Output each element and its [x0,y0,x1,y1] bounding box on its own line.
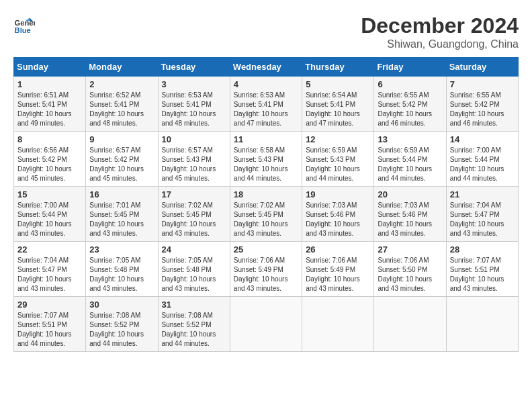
day-number: 9 [89,134,154,144]
day-number: 22 [17,244,82,255]
day-number: 30 [89,300,154,310]
day-info: Sunrise: 7:08 AMSunset: 5:52 PMDaylight:… [89,311,154,349]
day-number: 16 [89,189,154,199]
table-cell: 21Sunrise: 7:04 AMSunset: 5:47 PMDayligh… [446,187,518,242]
title-area: December 2024 Shiwan, Guangdong, China [361,13,519,50]
day-number: 12 [306,134,370,144]
table-cell: 1Sunrise: 6:51 AMSunset: 5:41 PMDaylight… [14,77,86,132]
day-info: Sunrise: 7:06 AMSunset: 5:49 PMDaylight:… [234,256,298,293]
day-number: 18 [234,189,298,199]
day-number: 28 [450,244,515,255]
day-info: Sunrise: 6:58 AMSunset: 5:43 PMDaylight:… [234,146,298,183]
table-cell: 18Sunrise: 7:02 AMSunset: 5:45 PMDayligh… [230,187,302,242]
table-cell: 19Sunrise: 7:03 AMSunset: 5:46 PMDayligh… [302,187,374,242]
table-row: 8Sunrise: 6:56 AMSunset: 5:42 PMDaylight… [14,132,519,187]
day-number: 23 [89,244,154,255]
day-number: 3 [162,79,226,89]
header-row: Sunday Monday Tuesday Wednesday Thursday… [14,58,519,77]
table-cell: 14Sunrise: 7:00 AMSunset: 5:44 PMDayligh… [446,132,518,187]
table-cell [374,297,446,352]
table-cell: 16Sunrise: 7:01 AMSunset: 5:45 PMDayligh… [86,187,158,242]
svg-text:General: General [15,19,35,27]
table-cell: 12Sunrise: 6:59 AMSunset: 5:43 PMDayligh… [302,132,374,187]
table-cell: 27Sunrise: 7:06 AMSunset: 5:50 PMDayligh… [374,242,446,297]
table-cell [446,297,518,352]
day-number: 24 [162,244,226,255]
day-info: Sunrise: 7:03 AMSunset: 5:46 PMDaylight:… [378,201,442,238]
day-number: 27 [378,244,442,255]
table-cell: 7Sunrise: 6:55 AMSunset: 5:42 PMDaylight… [446,77,518,132]
calendar-body: 1Sunrise: 6:51 AMSunset: 5:41 PMDaylight… [14,77,519,352]
table-cell: 28Sunrise: 7:07 AMSunset: 5:51 PMDayligh… [446,242,518,297]
day-number: 1 [17,79,82,89]
day-number: 31 [162,300,226,310]
day-info: Sunrise: 7:06 AMSunset: 5:50 PMDaylight:… [378,256,442,293]
table-cell: 9Sunrise: 6:57 AMSunset: 5:42 PMDaylight… [86,132,158,187]
day-number: 29 [17,300,82,310]
calendar-header: Sunday Monday Tuesday Wednesday Thursday… [14,58,519,77]
day-info: Sunrise: 7:08 AMSunset: 5:52 PMDaylight:… [162,311,226,349]
table-cell [302,297,374,352]
day-info: Sunrise: 6:59 AMSunset: 5:44 PMDaylight:… [378,146,442,183]
header-wednesday: Wednesday [230,58,302,77]
header-thursday: Thursday [302,58,374,77]
day-number: 6 [378,79,442,89]
day-number: 17 [162,189,226,199]
day-info: Sunrise: 6:57 AMSunset: 5:42 PMDaylight:… [89,146,154,183]
svg-text:Blue: Blue [15,26,31,34]
day-number: 2 [89,79,154,89]
day-number: 5 [306,79,370,89]
day-info: Sunrise: 6:52 AMSunset: 5:41 PMDaylight:… [89,91,154,128]
day-info: Sunrise: 7:05 AMSunset: 5:48 PMDaylight:… [89,256,154,293]
day-info: Sunrise: 7:00 AMSunset: 5:44 PMDaylight:… [450,146,515,183]
page-header: General Blue December 2024 Shiwan, Guang… [13,13,519,50]
day-info: Sunrise: 7:01 AMSunset: 5:45 PMDaylight:… [89,201,154,238]
header-monday: Monday [86,58,158,77]
day-number: 14 [450,134,515,144]
table-cell: 29Sunrise: 7:07 AMSunset: 5:51 PMDayligh… [14,297,86,352]
day-number: 4 [234,79,298,89]
table-row: 1Sunrise: 6:51 AMSunset: 5:41 PMDaylight… [14,77,519,132]
day-info: Sunrise: 7:02 AMSunset: 5:45 PMDaylight:… [234,201,298,238]
day-info: Sunrise: 6:54 AMSunset: 5:41 PMDaylight:… [306,91,370,128]
header-saturday: Saturday [446,58,518,77]
calendar-table: Sunday Monday Tuesday Wednesday Thursday… [13,57,519,352]
table-cell: 5Sunrise: 6:54 AMSunset: 5:41 PMDaylight… [302,77,374,132]
day-number: 20 [378,189,442,199]
logo-icon: General Blue [13,13,35,35]
day-number: 26 [306,244,370,255]
day-number: 10 [162,134,226,144]
table-cell: 4Sunrise: 6:53 AMSunset: 5:41 PMDaylight… [230,77,302,132]
table-cell: 8Sunrise: 6:56 AMSunset: 5:42 PMDaylight… [14,132,86,187]
table-cell: 15Sunrise: 7:00 AMSunset: 5:44 PMDayligh… [14,187,86,242]
table-cell: 22Sunrise: 7:04 AMSunset: 5:47 PMDayligh… [14,242,86,297]
table-cell: 13Sunrise: 6:59 AMSunset: 5:44 PMDayligh… [374,132,446,187]
day-number: 8 [17,134,82,144]
day-number: 13 [378,134,442,144]
day-info: Sunrise: 6:59 AMSunset: 5:43 PMDaylight:… [306,146,370,183]
table-cell: 2Sunrise: 6:52 AMSunset: 5:41 PMDaylight… [86,77,158,132]
table-cell: 26Sunrise: 7:06 AMSunset: 5:49 PMDayligh… [302,242,374,297]
day-info: Sunrise: 7:04 AMSunset: 5:47 PMDaylight:… [17,256,82,293]
table-row: 29Sunrise: 7:07 AMSunset: 5:51 PMDayligh… [14,297,519,352]
table-cell: 6Sunrise: 6:55 AMSunset: 5:42 PMDaylight… [374,77,446,132]
main-title: December 2024 [361,13,519,38]
day-info: Sunrise: 7:07 AMSunset: 5:51 PMDaylight:… [17,311,82,349]
day-info: Sunrise: 6:56 AMSunset: 5:42 PMDaylight:… [17,146,82,183]
table-cell: 3Sunrise: 6:53 AMSunset: 5:41 PMDaylight… [158,77,230,132]
day-number: 7 [450,79,515,89]
table-cell: 20Sunrise: 7:03 AMSunset: 5:46 PMDayligh… [374,187,446,242]
day-info: Sunrise: 6:55 AMSunset: 5:42 PMDaylight:… [378,91,442,128]
header-sunday: Sunday [14,58,86,77]
day-info: Sunrise: 7:02 AMSunset: 5:45 PMDaylight:… [162,201,226,238]
table-cell [230,297,302,352]
day-number: 19 [306,189,370,199]
table-cell: 17Sunrise: 7:02 AMSunset: 5:45 PMDayligh… [158,187,230,242]
day-info: Sunrise: 6:53 AMSunset: 5:41 PMDaylight:… [234,91,298,128]
sub-title: Shiwan, Guangdong, China [361,38,519,50]
table-row: 22Sunrise: 7:04 AMSunset: 5:47 PMDayligh… [14,242,519,297]
header-tuesday: Tuesday [158,58,230,77]
table-cell: 23Sunrise: 7:05 AMSunset: 5:48 PMDayligh… [86,242,158,297]
logo: General Blue [13,13,35,35]
table-row: 15Sunrise: 7:00 AMSunset: 5:44 PMDayligh… [14,187,519,242]
